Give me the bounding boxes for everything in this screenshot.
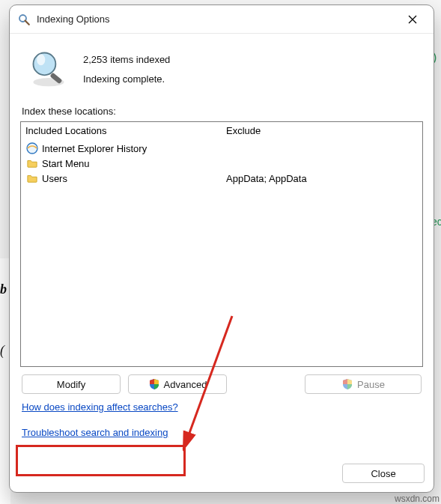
folder-icon xyxy=(25,172,39,184)
list-item[interactable]: Start Menu xyxy=(25,156,217,171)
titlebar: Indexing Options xyxy=(10,5,434,34)
dialog-footer: Close xyxy=(10,464,434,492)
locations-label: Index these locations: xyxy=(22,106,422,117)
exclude-cell: AppData; AppData xyxy=(226,171,418,186)
exclude-cell xyxy=(226,141,418,156)
list-item-label: Internet Explorer History xyxy=(42,143,147,154)
shield-icon xyxy=(148,378,160,390)
modify-button[interactable]: Modify xyxy=(22,374,121,394)
exclude-header: Exclude xyxy=(226,125,418,136)
how-indexing-link[interactable]: How does indexing affect searches? xyxy=(22,401,422,413)
svg-point-8 xyxy=(27,143,37,154)
pause-button: Pause xyxy=(305,374,422,394)
indexing-complete-label: Indexing complete. xyxy=(83,70,170,89)
button-label: Close xyxy=(371,468,395,479)
list-item[interactable]: Internet Explorer History xyxy=(25,141,217,156)
dialog-title: Indexing Options xyxy=(37,13,396,25)
list-item-label: Users xyxy=(42,173,67,184)
included-column: Included Locations Internet Explorer His… xyxy=(21,122,222,366)
exclude-column: Exclude AppData; AppData xyxy=(222,122,422,366)
close-button-x[interactable] xyxy=(396,8,429,31)
svg-point-6 xyxy=(33,52,55,75)
svg-line-1 xyxy=(25,20,29,24)
included-header: Included Locations xyxy=(25,125,217,136)
items-indexed-label: 2,253 items indexed xyxy=(83,50,170,70)
background-text: ( xyxy=(0,343,4,359)
advanced-button[interactable]: Advanced xyxy=(128,374,227,394)
button-label: Advanced xyxy=(164,379,207,390)
watermark: wsxdn.com xyxy=(395,494,440,504)
shield-icon xyxy=(341,378,353,390)
locations-listbox[interactable]: Included Locations Internet Explorer His… xyxy=(20,121,423,367)
background-text: b xyxy=(0,282,7,297)
magnifier-icon xyxy=(28,47,70,89)
list-item[interactable]: Users xyxy=(25,171,217,186)
status-text: 2,253 items indexed Indexing complete. xyxy=(83,47,170,89)
button-label: Pause xyxy=(357,379,385,390)
status-area: 2,253 items indexed Indexing complete. xyxy=(20,43,423,103)
dialog-body: 2,253 items indexed Indexing complete. I… xyxy=(10,34,434,464)
button-row: Modify Advanced Pause xyxy=(22,374,422,394)
button-label: Modify xyxy=(57,379,85,390)
folder-icon xyxy=(25,157,39,169)
indexing-options-dialog: Indexing Options 2,253 items indexed Ind… xyxy=(9,4,434,493)
exclude-cell xyxy=(226,156,418,171)
list-item-label: Start Menu xyxy=(42,158,90,169)
troubleshoot-link[interactable]: Troubleshoot search and indexing xyxy=(22,427,422,438)
indexing-icon xyxy=(17,13,31,26)
close-button[interactable]: Close xyxy=(342,464,425,483)
ie-icon xyxy=(25,142,39,154)
svg-point-7 xyxy=(37,54,45,65)
